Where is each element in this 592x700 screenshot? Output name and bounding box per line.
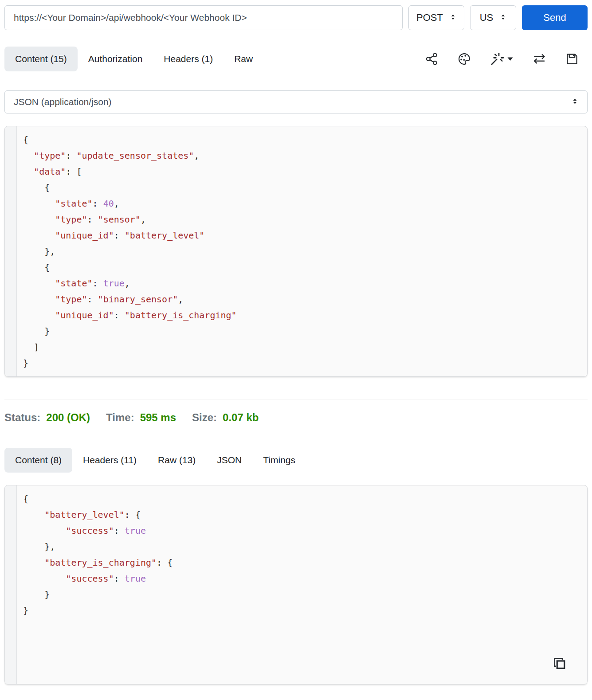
- updown-arrow-icon: [500, 12, 506, 23]
- editor-gutter: [5, 126, 17, 376]
- send-button[interactable]: Send: [522, 5, 588, 30]
- region-select[interactable]: US: [470, 5, 516, 30]
- tab-response-timings[interactable]: Timings: [252, 448, 306, 473]
- response-tabs: Content (8) Headers (11) Raw (13) JSON T…: [4, 448, 588, 473]
- content-type-select[interactable]: JSON (application/json): [4, 90, 588, 113]
- region-select-value: US: [480, 12, 494, 23]
- updown-arrow-icon: [450, 12, 456, 23]
- tab-response-content[interactable]: Content (8): [4, 448, 72, 473]
- request-tabs: Content (15) Authorization Headers (1) R…: [4, 47, 588, 71]
- tab-response-json[interactable]: JSON: [206, 448, 252, 473]
- request-toolbar: [425, 52, 579, 66]
- tab-request-authorization[interactable]: Authorization: [78, 47, 153, 71]
- response-body-viewer: { "battery_level": { "success": true }, …: [4, 485, 588, 684]
- response-status-row: Status: 200 (OK) Time: 595 ms Size: 0.07…: [4, 411, 588, 424]
- request-body-editor: { "type": "update_sensor_states", "data"…: [4, 126, 588, 377]
- copy-icon[interactable]: [552, 657, 567, 673]
- caret-down-icon: [507, 57, 513, 61]
- status-stat: Status: 200 (OK): [4, 411, 90, 424]
- tab-response-headers[interactable]: Headers (11): [72, 448, 147, 473]
- tab-request-headers[interactable]: Headers (1): [153, 47, 223, 71]
- tab-request-content[interactable]: Content (15): [4, 47, 78, 71]
- size-stat: Size: 0.07 kb: [192, 411, 259, 424]
- response-body-code: { "battery_level": { "success": true }, …: [17, 485, 179, 684]
- method-select[interactable]: POST: [408, 5, 464, 30]
- status-value: 200 (OK): [46, 411, 90, 424]
- size-label: Size:: [192, 411, 217, 424]
- updown-arrow-icon: [572, 97, 578, 107]
- method-select-value: POST: [416, 12, 443, 23]
- swap-arrows-icon[interactable]: [532, 52, 546, 66]
- palette-icon[interactable]: [458, 52, 471, 66]
- magic-wand-icon[interactable]: [490, 52, 513, 66]
- tab-response-raw[interactable]: Raw (13): [147, 448, 206, 473]
- content-type-value: JSON (application/json): [14, 97, 112, 107]
- status-label: Status:: [4, 411, 40, 424]
- time-stat: Time: 595 ms: [106, 411, 176, 424]
- save-icon[interactable]: [565, 52, 579, 66]
- size-value: 0.07 kb: [223, 411, 259, 424]
- request-bar: POST US Send: [4, 5, 588, 30]
- tab-request-raw[interactable]: Raw: [223, 47, 263, 71]
- section-divider: [4, 399, 588, 399]
- time-value: 595 ms: [140, 411, 176, 424]
- request-body-code[interactable]: { "type": "update_sensor_states", "data"…: [17, 126, 243, 376]
- time-label: Time:: [106, 411, 134, 424]
- url-input[interactable]: [4, 5, 403, 30]
- share-icon[interactable]: [425, 52, 439, 66]
- viewer-gutter: [5, 485, 17, 684]
